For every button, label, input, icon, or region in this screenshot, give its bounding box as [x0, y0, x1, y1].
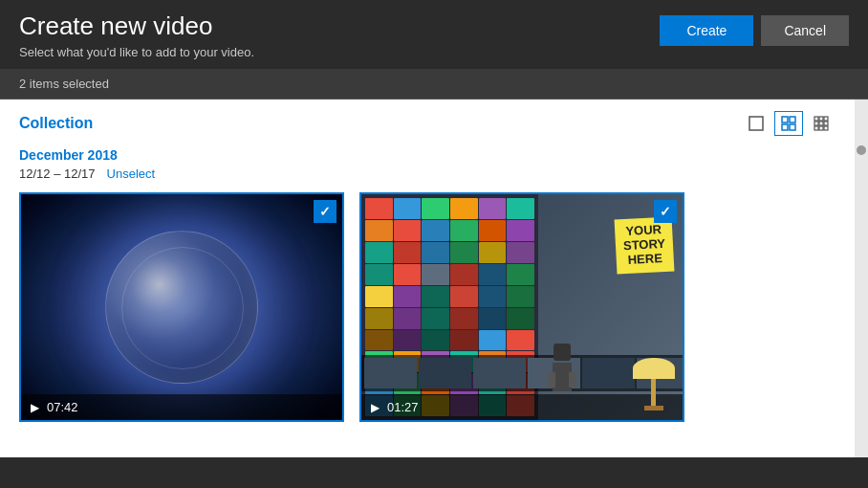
- single-view-icon: [748, 115, 765, 132]
- view-mosaic-button[interactable]: [807, 111, 835, 136]
- play-icon-2: ▶: [371, 401, 380, 414]
- selection-count: 2 items selected: [19, 77, 109, 91]
- svg-rect-12: [819, 126, 823, 130]
- scrollbar[interactable]: [855, 100, 868, 457]
- video-thumbnail-2: YOURSTORYHERE: [361, 194, 683, 420]
- date-range-row: 12/12 – 12/17 Unselect: [19, 166, 835, 181]
- scrollbar-thumb[interactable]: [857, 145, 866, 155]
- duration-2: 01:27: [387, 400, 419, 414]
- orb-visual: [105, 231, 258, 384]
- check-badge-2: ✓: [654, 200, 677, 223]
- dialog-title: Create new video: [19, 11, 254, 41]
- view-grid-button[interactable]: [774, 111, 803, 136]
- video-grid: ✓ ▶ 07:42: [19, 192, 835, 422]
- svg-rect-11: [814, 126, 818, 130]
- grid-view-icon: [780, 115, 797, 132]
- lamp-decor: [633, 358, 675, 410]
- svg-rect-2: [790, 117, 795, 122]
- svg-rect-8: [814, 122, 818, 125]
- mosaic-view-icon: [813, 115, 830, 132]
- check-badge-1: ✓: [314, 200, 336, 223]
- date-group-title: December 2018: [19, 147, 835, 163]
- view-toggles: [742, 111, 835, 136]
- collection-header: Collection: [19, 111, 835, 136]
- header-actions: Create Cancel: [660, 15, 849, 46]
- date-range: 12/12 – 12/17: [19, 166, 96, 181]
- svg-rect-7: [824, 117, 828, 121]
- checkmark-icon: ✓: [319, 204, 331, 219]
- unselect-button[interactable]: Unselect: [107, 166, 156, 181]
- dialog-header: Create new video Select what you'd like …: [0, 0, 868, 69]
- selection-bar: 2 items selected: [0, 69, 868, 100]
- checkmark-icon-2: ✓: [660, 204, 671, 219]
- svg-rect-3: [782, 124, 788, 130]
- view-single-button[interactable]: [742, 111, 770, 136]
- svg-rect-5: [814, 117, 818, 121]
- main-content: Collection: [0, 100, 868, 457]
- svg-rect-0: [749, 117, 763, 130]
- svg-rect-1: [782, 117, 788, 122]
- robot-decor: [553, 344, 572, 391]
- svg-rect-10: [824, 122, 828, 125]
- duration-1: 07:42: [47, 400, 78, 414]
- svg-rect-9: [819, 122, 823, 125]
- svg-rect-4: [790, 124, 795, 130]
- video-thumbnail-1: [21, 194, 342, 420]
- collection-link[interactable]: Collection: [19, 115, 93, 132]
- story-text: YOURSTORYHERE: [614, 217, 674, 275]
- svg-rect-13: [824, 126, 828, 130]
- video-bottom-1: ▶ 07:42: [21, 394, 342, 420]
- create-button[interactable]: Create: [660, 15, 753, 46]
- dialog-subtitle: Select what you'd like to add to your vi…: [19, 45, 254, 59]
- cancel-button[interactable]: Cancel: [761, 15, 849, 46]
- play-icon-1: ▶: [31, 401, 39, 414]
- video-card-1[interactable]: ✓ ▶ 07:42: [19, 192, 344, 422]
- header-left: Create new video Select what you'd like …: [19, 11, 254, 59]
- svg-rect-6: [819, 117, 823, 121]
- content-area: Collection: [0, 100, 855, 457]
- video-card-2[interactable]: YOURSTORYHERE ✓: [359, 192, 684, 422]
